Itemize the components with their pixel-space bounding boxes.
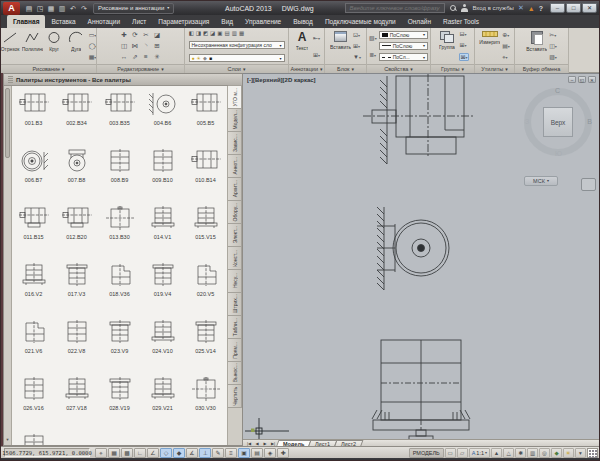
layer-dropdown[interactable]: ●☀◆■ ▾ [189,54,285,62]
ribbon-tab[interactable]: Аннотации [82,15,127,28]
status-toggle-grid[interactable]: ▩ [121,448,133,458]
autocad-logo-icon[interactable]: A [3,2,20,15]
palette-item[interactable] [12,430,55,445]
palette-group-tab[interactable]: Аннот... [228,154,242,178]
linetype-dropdown[interactable]: ПоСл... ▾ [379,53,428,61]
statusbar-button-object-isolate[interactable]: ◎ [539,448,550,458]
ribbon-small-icon-list[interactable]: ≣▾ [369,52,377,58]
ribbon-tool-icon-move[interactable]: ✚ [121,31,126,39]
palette-item[interactable]: 012.B20 [55,202,98,259]
palette-item[interactable]: 006.B7 [12,145,55,202]
viewcube-east-label[interactable]: В [587,118,592,125]
palette-item[interactable]: 003.B35 [98,88,141,145]
palette-item[interactable]: 017.V3 [55,259,98,316]
palette-group-tab[interactable]: Чертить [228,384,242,408]
palette-item[interactable]: 018.V36 [98,259,141,316]
ribbon-tool-icon-fillet[interactable]: ◝ [145,42,148,50]
ribbon-small-icon-dimension[interactable]: ⇤▾ [313,35,320,41]
status-toggle-osnap[interactable]: ◇ [160,448,172,458]
ribbon-small-icon-quick-select[interactable]: ⊕▾ [502,32,510,38]
palette-item[interactable]: 015.V15 [184,202,227,259]
ribbon-tool-icon-rotate[interactable]: ⟳ [132,31,137,39]
statusbar-button-status-caret[interactable]: ▾ [575,448,586,458]
qat-button-redo[interactable]: ↷ [79,5,89,12]
palette-group-tab[interactable]: Штрих... [228,292,242,316]
status-toggle-otrack[interactable]: ∡ [186,448,198,458]
palette-item[interactable]: 013.B30 [98,202,141,259]
ribbon-tab[interactable]: Raster Tools [437,15,485,28]
palette-item[interactable]: 009.B10 [141,145,184,202]
palette-scroll-thumb[interactable] [5,88,10,158]
palette-item[interactable]: 026.V16 [12,373,55,430]
palette-group-tab[interactable]: Прям... [228,338,242,362]
resize-grip[interactable] [589,450,597,458]
ribbon-tab[interactable]: Лист [126,15,152,28]
layer-icon-layer-off[interactable]: ◨ [196,30,201,37]
palette-scrollbar[interactable]: ▼ [4,86,12,445]
layer-config-dropdown[interactable]: Несохраненная конфигурация сло ▾ [189,41,285,49]
ribbon-small-icon-attributes[interactable]: ▼▾ [353,54,361,60]
status-toggle-infer-constraints[interactable]: ⌖ [95,448,107,458]
palette-group-tab[interactable]: УГО м... [228,85,242,109]
workspace-dropdown[interactable]: Рисование и аннотации ▾ [93,3,174,14]
palette-item[interactable]: 028.V19 [98,373,141,430]
ribbon-small-icon-rectangle[interactable]: ▭▾ [89,32,96,38]
window-button-maximize[interactable]: □ [566,3,581,13]
ribbon-small-icon-edit-block[interactable]: ⊡▾ [353,32,361,38]
palette-grip[interactable] [8,76,13,84]
exchange-apps-icon[interactable]: ✕ [518,4,524,12]
search-icon[interactable] [449,4,457,12]
navigation-bar-collapsed[interactable] [581,178,596,191]
group-button[interactable]: Группа [436,29,457,63]
ribbon-tool-icon-array[interactable]: ⊞ [154,42,159,50]
layer-icon-layer-unisolate[interactable]: ▦ [239,30,244,37]
status-toggle-quick-properties[interactable]: ▤ [251,448,263,458]
search-input[interactable] [345,3,445,13]
annotation-scale-dropdown[interactable]: А 1:1 ▾ [469,448,490,458]
viewport-controls-label[interactable]: [-][Верхний][2D каркас] [247,77,316,83]
viewcube-north-label[interactable]: С [555,87,560,94]
panel-footer-draw[interactable]: Рисование▾ [1,64,96,73]
drawing-window-button-restore[interactable]: ◱ [578,76,586,83]
status-toggle-snap[interactable]: ▦ [108,448,120,458]
paste-button[interactable]: Вставить [526,29,547,63]
viewcube-west-label[interactable]: З [525,118,529,125]
palette-title-bar[interactable]: Палитры инструментов - Все палитры [4,74,242,86]
viewcube-south-label[interactable]: Ю [555,150,562,157]
palette-group-tab[interactable]: Табли... [228,315,242,339]
viewcube-top-face[interactable]: Верх [543,107,573,137]
palette-scroll-down-icon[interactable]: ▼ [4,436,11,444]
palette-item[interactable]: 005.B5 [184,88,227,145]
lineweight-dropdown[interactable]: ПоСлою ▾ [379,42,428,50]
status-toggle-dyn-input[interactable]: ✎ [212,448,224,458]
palette-item[interactable]: 020.V5 [184,259,227,316]
palette-item[interactable]: 004.B6 [141,88,184,145]
wcs-dropdown[interactable]: МСК ▾ [524,176,558,186]
ribbon-small-icon-hatch[interactable]: ▦▾ [89,54,96,60]
ribbon-tool-icon-erase[interactable]: ◪ [154,31,160,39]
palette-group-tab[interactable]: Конст... [228,246,242,270]
ribbon-tab[interactable]: Параметризация [152,15,215,28]
viewcube[interactable]: С В З Ю Верх [524,88,592,156]
arc-button[interactable]: Дуга [66,29,87,63]
ribbon-tool-icon-trim[interactable]: ✂ [143,31,148,39]
ribbon-tab[interactable]: Управление [239,15,287,28]
layer-icon-bulb[interactable]: ● [192,55,195,61]
ribbon-tab[interactable]: Онлайн [402,15,437,28]
status-toggle-transparency[interactable]: ▣ [238,448,250,458]
panel-footer-layers[interactable]: Слои▾ [185,64,288,73]
qat-button-save[interactable]: ▦ [46,5,56,12]
ribbon-tab[interactable]: Вставка [45,15,81,28]
line-button[interactable]: Отрезок [1,29,21,63]
palette-item[interactable]: 029.V21 [141,373,184,430]
circle-button[interactable]: Круг [44,29,65,63]
palette-item[interactable]: 011.B15 [12,202,55,259]
status-toggle-lineweight[interactable]: ≡ [225,448,237,458]
layer-icon-layer-match[interactable]: ▣ [217,30,222,37]
ribbon-tool-icon-offset[interactable]: ≡ [144,53,148,61]
ribbon-small-icon-copy-clip[interactable]: ◫▾ [549,43,557,49]
statusbar-button-viewport-maximize[interactable]: ▭ [445,448,456,458]
palette-item[interactable]: 016.V2 [12,259,55,316]
palette-item[interactable]: 022.V8 [55,316,98,373]
status-toggle-ortho[interactable]: ∟ [134,448,146,458]
